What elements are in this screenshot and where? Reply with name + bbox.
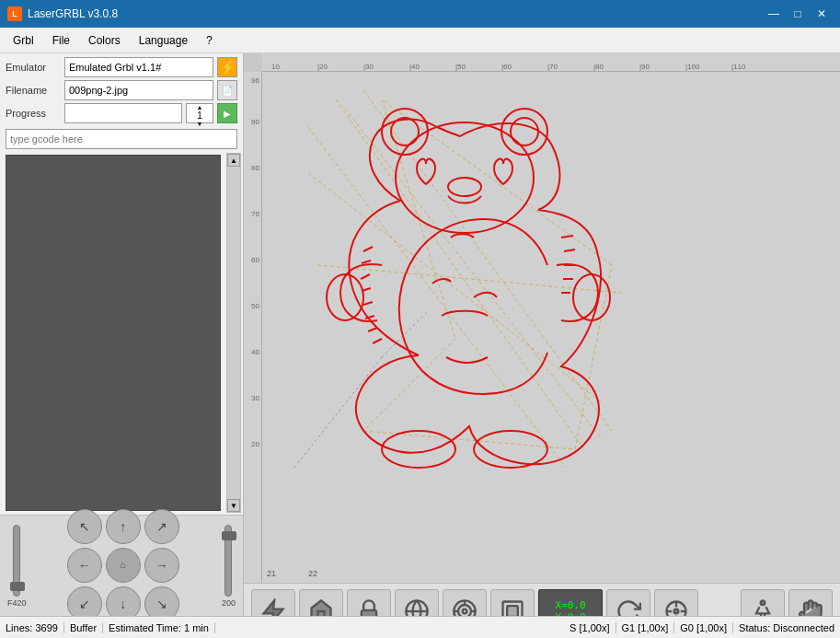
- status-g0: G0 [1,00x]: [674, 622, 733, 633]
- scroll-track[interactable]: [227, 167, 240, 499]
- progress-down[interactable]: ▼: [187, 121, 213, 127]
- app-title: LaserGRBL v3.0.8: [28, 7, 118, 20]
- jog-e[interactable]: →: [144, 548, 179, 583]
- x-coord: X=0,0: [555, 599, 585, 611]
- left-slider-track[interactable]: [13, 525, 20, 597]
- ruler-tick-80: |80: [593, 63, 604, 71]
- canvas-area: X: 0,000 Y: 0,000 10 |20 |30 |40 |50 |60…: [244, 53, 840, 638]
- ruler-v-60: 60: [251, 256, 259, 264]
- ruler-v-90: 90: [251, 118, 259, 126]
- svg-point-17: [511, 118, 538, 145]
- minimize-button[interactable]: —: [763, 5, 785, 23]
- svg-point-29: [463, 609, 467, 613]
- svg-point-42: [761, 600, 765, 605]
- jog-nw[interactable]: ↖: [67, 509, 102, 544]
- svg-point-18: [448, 178, 481, 196]
- titlebar-left: L LaserGRBL v3.0.8: [7, 6, 118, 21]
- menu-language[interactable]: Language: [130, 30, 197, 51]
- filename-input[interactable]: [64, 80, 213, 100]
- ruler-tick-30: |30: [363, 63, 374, 71]
- ruler-tick-60: |60: [501, 63, 512, 71]
- jog-ne[interactable]: ↗: [144, 509, 179, 544]
- ruler-v-40: 40: [251, 348, 259, 356]
- status-estimated: Estimated Time: 1 min: [103, 622, 215, 633]
- emulator-input[interactable]: [64, 57, 213, 77]
- left-panel: Emulator ⚡ Filename 📄 Progress ▲ 1 ▼: [0, 53, 244, 638]
- progress-value: 1: [187, 110, 213, 121]
- jog-n[interactable]: ↑: [106, 509, 141, 544]
- titlebar-controls: — □ ✕: [763, 5, 833, 23]
- svg-line-1: [363, 90, 612, 431]
- left-slider[interactable]: F420: [7, 525, 27, 608]
- progress-up[interactable]: ▲: [187, 104, 213, 110]
- jog-center[interactable]: ⌂: [106, 548, 141, 583]
- scroll-down-arrow[interactable]: ▼: [227, 499, 240, 512]
- ruler-tick-20: |20: [317, 63, 328, 71]
- titlebar: L LaserGRBL v3.0.8 — □ ✕: [0, 0, 840, 28]
- corner-22: 22: [308, 569, 317, 578]
- svg-line-12: [382, 311, 428, 357]
- console-scrollbar[interactable]: ▲ ▼: [226, 153, 241, 513]
- svg-line-2: [308, 127, 566, 468]
- ruler-v-20: 20: [251, 440, 259, 448]
- svg-point-15: [391, 118, 419, 145]
- svg-point-41: [674, 609, 679, 613]
- emulator-label: Emulator: [6, 62, 61, 73]
- global-statusbar: Lines: 3699 Buffer Estimated Time: 1 min…: [0, 616, 840, 638]
- console-area: [6, 155, 221, 511]
- left-top-controls: Emulator ⚡ Filename 📄 Progress ▲ 1 ▼: [0, 53, 243, 127]
- ruler-left: 96 90 80 70 60 50 40 30 20: [244, 72, 262, 583]
- f-label: F420: [7, 598, 27, 608]
- ruler-tick-50: |50: [455, 63, 466, 71]
- emulator-row: Emulator ⚡: [6, 57, 237, 77]
- status-lines: Lines: 3699: [0, 622, 64, 633]
- ruler-tick-10: 10: [271, 63, 280, 71]
- left-slider-thumb[interactable]: [10, 582, 25, 591]
- run-button[interactable]: [217, 103, 237, 123]
- drawing-canvas: 21 22: [262, 72, 840, 583]
- menu-grbl[interactable]: Grbl: [4, 30, 43, 51]
- menu-file[interactable]: File: [43, 30, 79, 51]
- svg-line-7: [575, 265, 612, 449]
- menu-colors[interactable]: Colors: [79, 30, 130, 51]
- panel-main: Emulator ⚡ Filename 📄 Progress ▲ 1 ▼: [0, 53, 243, 638]
- ruler-tick-90: |90: [639, 63, 650, 71]
- svg-rect-35: [507, 606, 518, 617]
- progress-row: Progress ▲ 1 ▼: [6, 103, 237, 123]
- ruler-top: 10 |20 |30 |40 |50 |60 |70 |80 |90 |100 …: [262, 53, 840, 72]
- corner-21: 21: [267, 569, 276, 578]
- gcode-input[interactable]: [6, 129, 237, 149]
- filename-label: Filename: [6, 85, 61, 96]
- right-slider-thumb[interactable]: [222, 531, 236, 540]
- menu-help[interactable]: ?: [197, 30, 222, 51]
- ruler-v-50: 50: [251, 302, 259, 310]
- right-slider-track[interactable]: [224, 525, 232, 597]
- scroll-up-arrow[interactable]: ▲: [227, 154, 240, 167]
- menubar: Grbl File Colors Language ?: [0, 28, 840, 53]
- status-s: S [1,00x]: [564, 622, 616, 633]
- ruler-v-96: 96: [251, 76, 259, 85]
- filename-row: Filename 📄: [6, 80, 237, 100]
- jog-grid: ↖ ↑ ↗ ← ⌂ → ↙ ↓ ↘: [67, 509, 181, 623]
- progress-label: Progress: [6, 108, 61, 119]
- jog-w[interactable]: ←: [67, 548, 102, 583]
- ruler-tick-40: |40: [409, 63, 420, 71]
- ruler-tick-100: |100: [685, 63, 699, 71]
- bear-drawing: [290, 81, 639, 505]
- jog-area: F420 ↖ ↑ ↗ ← ⌂ → ↙ ↓ ↘: [0, 515, 243, 616]
- svg-line-0: [336, 99, 584, 449]
- ruler-v-80: 80: [251, 164, 259, 172]
- svg-point-19: [327, 274, 363, 320]
- ruler-tick-110: |110: [731, 63, 745, 71]
- main-layout: Emulator ⚡ Filename 📄 Progress ▲ 1 ▼: [0, 53, 840, 638]
- ruler-v-70: 70: [251, 210, 259, 218]
- status-buffer: Buffer: [64, 622, 103, 633]
- ruler-tick-70: |70: [547, 63, 558, 71]
- filename-browse-btn[interactable]: 📄: [217, 80, 237, 100]
- ruler-v-30: 30: [251, 394, 259, 402]
- maximize-button[interactable]: □: [787, 5, 809, 23]
- close-button[interactable]: ✕: [811, 5, 833, 23]
- right-slider[interactable]: 200: [222, 525, 236, 608]
- svg-line-11: [294, 357, 382, 468]
- emulator-icon-btn[interactable]: ⚡: [217, 57, 237, 77]
